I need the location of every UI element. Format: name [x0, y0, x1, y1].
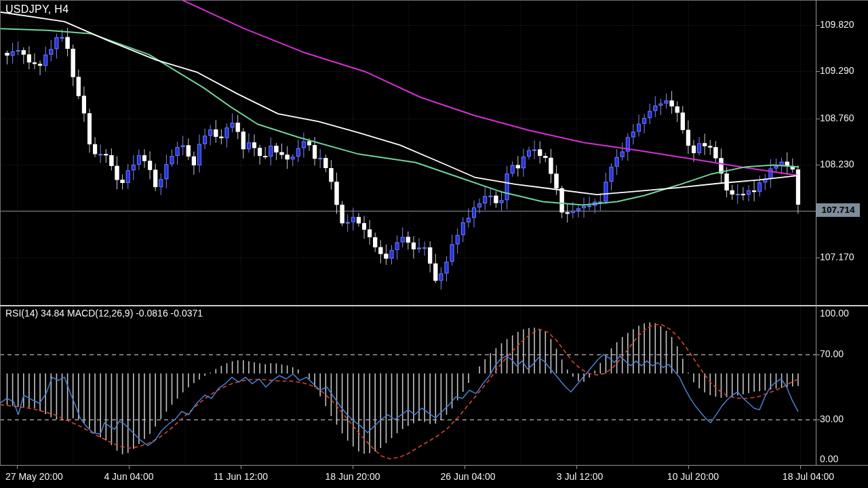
main-chart-canvas[interactable]: [0, 0, 868, 488]
trading-chart-window: USDJPY, H4 RSI(14) 34.84 MACD(12,26,9) -…: [0, 0, 868, 488]
